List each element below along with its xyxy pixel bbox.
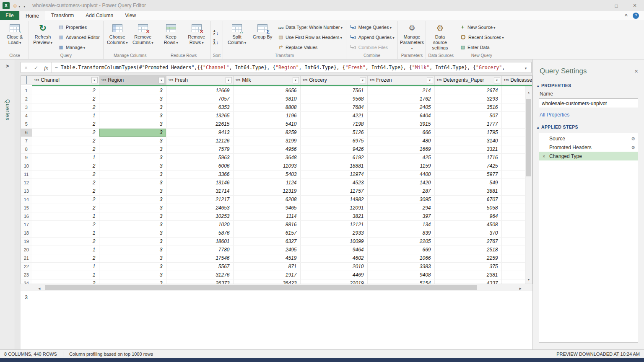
close-button[interactable]	[626, 0, 644, 11]
horizontal-scrollbar[interactable]	[21, 284, 532, 291]
grid-cell[interactable]: 3366	[166, 170, 233, 178]
row-number[interactable]: 19	[21, 237, 32, 246]
grid-cell[interactable]: 2	[32, 178, 99, 187]
grid-cell[interactable]: 7684	[300, 103, 367, 111]
grid-cell[interactable]: 3881	[434, 187, 501, 195]
grid-cell[interactable]: 3	[99, 137, 166, 145]
properties-button[interactable]: Properties	[57, 23, 101, 31]
grid-cell[interactable]: 4602	[300, 254, 367, 262]
applied-step[interactable]: Source	[539, 134, 638, 143]
grid-cell[interactable]: 5963	[166, 153, 233, 162]
close-and-load-button[interactable]: Close & Load	[2, 21, 27, 53]
collapse-ribbon-icon[interactable]	[624, 13, 628, 19]
row-number[interactable]: 12	[21, 178, 32, 187]
merge-queries-button[interactable]: Merge Queries	[348, 23, 396, 31]
grid-cell[interactable]: 6208	[233, 195, 300, 204]
grid-cell[interactable]: 1196	[233, 111, 300, 120]
grid-cell[interactable]: 2	[32, 279, 99, 284]
grid-cell[interactable]: 3915	[367, 120, 434, 128]
quick-access-dropdown[interactable]	[21, 1, 26, 10]
grid-cell[interactable]: 21217	[166, 195, 233, 204]
row-number[interactable]: 23	[21, 271, 32, 279]
grid-cell[interactable]: 3821	[300, 212, 367, 220]
grid-cell[interactable]: 31714	[166, 187, 233, 195]
grid-cell[interactable]: 12974	[300, 170, 367, 178]
row-number[interactable]: 21	[21, 254, 32, 262]
grid-cell[interactable]: 12669	[166, 86, 233, 95]
grid-cell[interactable]: 2	[32, 195, 99, 204]
tab-home[interactable]: Home	[19, 11, 45, 20]
grid-cell[interactable]: 18881	[300, 162, 367, 170]
grid-cell[interactable]: 669	[367, 246, 434, 254]
choose-columns-button[interactable]: Choose Columns	[105, 21, 130, 53]
remove-columns-button[interactable]: Remove Columns	[130, 21, 156, 53]
minimize-button[interactable]	[589, 0, 607, 11]
grid-cell[interactable]: 10099	[300, 237, 367, 246]
scroll-right-icon[interactable]	[519, 284, 522, 291]
grid-cell[interactable]: 2	[32, 162, 99, 170]
grid-cell[interactable]: 5058	[434, 204, 501, 212]
row-number[interactable]: 4	[21, 111, 32, 120]
grid-cell[interactable]: 3	[99, 86, 166, 95]
column-header-grocery[interactable]: 123Grocery	[300, 76, 367, 85]
grid-cell[interactable]: 3199	[233, 137, 300, 145]
recent-sources-button[interactable]: Recent Sources	[458, 33, 505, 41]
properties-section-header[interactable]: PROPERTIES	[533, 80, 644, 90]
grid-cell[interactable]: 3	[99, 254, 166, 262]
column-header-channel[interactable]: 123Channel	[32, 76, 99, 85]
formula-input[interactable]: = Table.TransformColumnTypes(#"Promoted …	[55, 65, 520, 70]
grid-cell[interactable]: 9810	[233, 95, 300, 103]
grid-cell[interactable]: 5977	[434, 170, 501, 178]
grid-cell[interactable]: 36423	[233, 279, 300, 284]
grid-cell[interactable]: 214	[367, 86, 434, 95]
grid-cell[interactable]: 3	[99, 279, 166, 284]
grid-cell[interactable]: 2	[32, 95, 99, 103]
grid-cell[interactable]: 17546	[166, 254, 233, 262]
enter-data-button[interactable]: Enter Data	[458, 43, 505, 51]
grid-cell[interactable]: 375	[434, 262, 501, 271]
step-settings-gear-icon[interactable]	[631, 136, 635, 142]
grid-cell[interactable]: 3	[99, 262, 166, 271]
grid-cell[interactable]: 2	[32, 137, 99, 145]
grid-cell[interactable]: 4508	[434, 220, 501, 229]
grid-cell[interactable]: 2	[32, 204, 99, 212]
grid-cell[interactable]: 1917	[233, 271, 300, 279]
grid-cell[interactable]: 1	[32, 111, 99, 120]
grid-cell[interactable]: 6975	[300, 137, 367, 145]
grid-cell[interactable]: 13146	[166, 178, 233, 187]
grid-cell[interactable]: 5567	[166, 262, 233, 271]
data-type-button[interactable]: Data Type: Whole Number	[276, 23, 344, 31]
keep-rows-button[interactable]: Keep Rows	[158, 21, 184, 53]
grid-cell[interactable]: 1124	[233, 178, 300, 187]
grid-cell[interactable]: 9568	[300, 95, 367, 103]
grid-cell[interactable]: 2933	[300, 229, 367, 237]
grid-cell[interactable]: 8808	[233, 103, 300, 111]
grid-cell[interactable]: 2	[32, 170, 99, 178]
grid-cell[interactable]: 2	[32, 220, 99, 229]
column-filter-button[interactable]	[360, 77, 366, 83]
grid-cell[interactable]: 3	[99, 95, 166, 103]
grid-cell[interactable]: 1114	[233, 212, 300, 220]
grid-cell[interactable]: 1762	[367, 95, 434, 103]
column-filter-button[interactable]	[226, 77, 232, 83]
grid-cell[interactable]: 549	[434, 178, 501, 187]
group-by-button[interactable]: Group By	[250, 21, 275, 53]
grid-cell[interactable]: 1	[32, 153, 99, 162]
scroll-left-icon[interactable]	[38, 284, 40, 291]
column-filter-button[interactable]	[427, 77, 433, 83]
grid-cell[interactable]: 1777	[434, 120, 501, 128]
column-filter-button[interactable]	[494, 77, 500, 83]
grid-cell[interactable]: 1	[32, 212, 99, 220]
close-panel-icon[interactable]	[634, 67, 638, 75]
advanced-editor-button[interactable]: Advanced Editor	[57, 33, 101, 41]
grid-cell[interactable]: 6404	[367, 111, 434, 120]
grid-cell[interactable]: 9464	[300, 246, 367, 254]
grid-cell[interactable]: 1066	[367, 254, 434, 262]
grid-cell[interactable]: 3	[99, 162, 166, 170]
grid-cell[interactable]: 2205	[367, 237, 434, 246]
replace-values-button[interactable]: Replace Values	[276, 43, 344, 51]
grid-cell[interactable]: 12121	[300, 220, 367, 229]
split-column-button[interactable]: Split Column	[224, 21, 249, 53]
grid-cell[interactable]: 5126	[300, 128, 367, 137]
grid-cell[interactable]: 287	[367, 187, 434, 195]
